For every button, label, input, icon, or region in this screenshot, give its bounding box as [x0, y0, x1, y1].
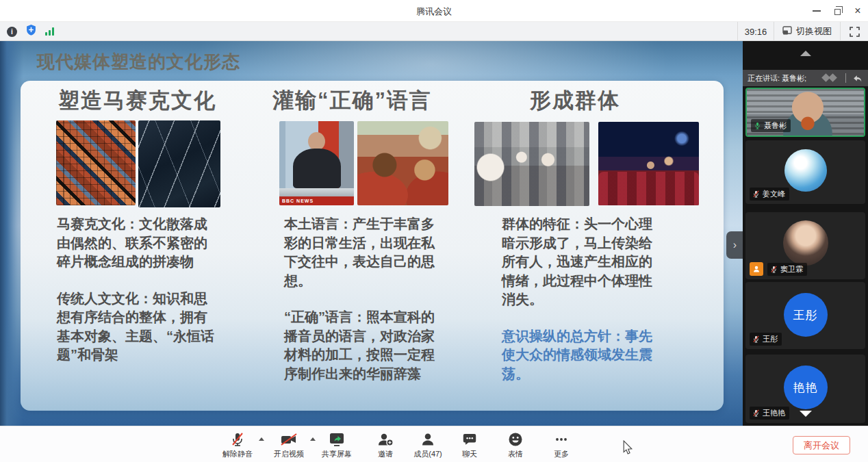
news-ticker: BBC NEWS: [279, 196, 354, 205]
status-icons: i: [7, 22, 54, 41]
more-button[interactable]: 更多: [537, 431, 585, 459]
emoji-button[interactable]: 表情: [492, 431, 539, 459]
participant-tile[interactable]: 窦卫霖: [745, 212, 865, 279]
participant-name-tag: 王艳艳: [750, 407, 789, 420]
chat-label: 聊天: [462, 449, 477, 459]
person-icon: [752, 265, 761, 273]
avatar-initials: 艳艳: [784, 365, 828, 409]
chevron-right-icon: ›: [733, 239, 737, 251]
restore-button[interactable]: [827, 0, 847, 22]
column1-heading: 塑造马赛克文化: [58, 86, 216, 115]
participant-name-tag: 聂鲁彬: [751, 119, 791, 132]
meeting-toolbar: 解除静音 开启视频 共享屏幕 邀请 成员(47) 聊天: [0, 426, 868, 462]
column2-text: 本土语言：产生于丰富多彩的日常生活，出现在私下交往中，表达自己的思想。 “正确”…: [284, 215, 444, 383]
invite-icon: [376, 431, 394, 448]
shield-icon[interactable]: [26, 25, 36, 38]
participant-name: 王艳艳: [763, 408, 785, 418]
window-titlebar: 腾讯会议 ×: [0, 0, 868, 22]
switch-view-icon: [782, 26, 792, 37]
column1-images: [56, 120, 220, 207]
column3-text: 群体的特征：头一个心理暗示形成了，马上传染给所有人，迅速产生相应的情绪，此过程中…: [502, 215, 661, 383]
scroll-down-icon[interactable]: [800, 411, 812, 417]
column2-images: BBC NEWS: [279, 121, 448, 205]
dark-marble-image: [138, 120, 220, 207]
masked-crowd-image: [474, 122, 589, 206]
mouse-cursor-icon: [622, 440, 634, 458]
paragraph-highlight: 意识操纵的总方针：事先使大众的情感领域发生震荡。: [502, 327, 661, 384]
participant-tile[interactable]: 聂鲁彬: [745, 88, 865, 137]
participant-name: 王彤: [763, 334, 778, 344]
scroll-up-icon[interactable]: [800, 51, 811, 56]
avatar: [783, 220, 828, 266]
share-screen-button[interactable]: 共享屏幕: [313, 431, 361, 459]
fullscreen-button[interactable]: [841, 22, 868, 41]
slide-title: 现代媒体塑造的文化形态: [37, 50, 240, 74]
members-button[interactable]: 成员(47): [404, 431, 452, 459]
participant-name: 聂鲁彬: [764, 120, 787, 131]
caret-up-icon[interactable]: [259, 437, 264, 441]
unmute-label: 解除静音: [222, 449, 253, 459]
paragraph: 传统人文文化：知识和思想有序结合的整体，拥有基本对象、主题、“永恒话题”和骨架: [57, 290, 216, 365]
column3-images: [474, 122, 699, 206]
meeting-timer: 39:16: [737, 22, 774, 41]
news-anchor-image: BBC NEWS: [279, 121, 354, 205]
meeting-statusbar: i 39:16 切换视图: [0, 22, 868, 41]
participant-name-tag: 窦卫霖: [767, 263, 807, 276]
participant-name-tag: 姜文峰: [750, 188, 789, 201]
paragraph: “正确”语言：照本宣科的播音员的语言，对政治家材料的加工，按照一定程序制作出来的…: [284, 308, 444, 383]
invite-button[interactable]: 邀请: [361, 431, 409, 459]
anchor-desk: [279, 188, 354, 196]
participant-tile[interactable]: 姜文峰: [745, 140, 865, 204]
reply-arrow-icon[interactable]: [853, 73, 863, 86]
members-icon: [420, 431, 436, 448]
anchor-suit: [293, 149, 341, 188]
mic-muted-icon: [229, 431, 246, 448]
leave-meeting-button[interactable]: 离开会议: [793, 436, 850, 454]
emoji-icon: [507, 431, 524, 448]
start-video-button[interactable]: 开启视频: [265, 431, 313, 459]
participant-tile[interactable]: 王彤 王彤: [745, 282, 865, 349]
participant-name: 姜文峰: [763, 189, 785, 199]
more-label: 更多: [554, 449, 569, 459]
start-video-label: 开启视频: [274, 449, 304, 459]
participant-name-tag: 王彤: [750, 333, 782, 346]
meeting-logo-watermark: [821, 74, 839, 82]
switch-view-button[interactable]: 切换视图: [774, 22, 841, 41]
close-button[interactable]: ×: [847, 0, 868, 22]
emoji-label: 表情: [508, 449, 523, 459]
switch-view-label: 切换视图: [796, 25, 832, 38]
invite-label: 邀请: [378, 449, 393, 459]
column2-heading: 灌输“正确”语言: [272, 86, 432, 115]
avatar: [784, 149, 827, 192]
mic-muted-icon: [770, 266, 778, 273]
paragraph: 马赛克文化：文化散落成由偶然的、联系不紧密的碎片概念组成的拼凑物: [57, 215, 216, 272]
minimize-icon: [813, 10, 821, 12]
camera-off-icon: [280, 431, 298, 448]
participants-sidebar: 正在讲话: 聂鲁彬; 聂鲁彬 姜文峰 窦卫霖 王彤: [743, 41, 868, 426]
share-screen-label: 共享屏幕: [322, 449, 352, 459]
status-right: 39:16 切换视图: [737, 22, 868, 41]
shared-screen-slide: 现代媒体塑造的文化形态 塑造马赛克文化 灌输“正确”语言 形成群体 BBC NE…: [0, 41, 743, 426]
unmute-button[interactable]: 解除静音: [214, 431, 261, 459]
close-icon: ×: [854, 5, 860, 16]
mosaic-tiles-image: [56, 120, 136, 205]
speaking-indicator-bar: 正在讲话: 聂鲁彬;: [743, 70, 868, 86]
sidebar-collapse-handle[interactable]: ›: [726, 231, 743, 259]
avatar-initials: 王彤: [784, 293, 828, 337]
host-badge: [750, 262, 763, 276]
chat-button[interactable]: 聊天: [446, 431, 494, 459]
divider: [845, 73, 846, 83]
speaking-label: 正在讲话: 聂鲁彬;: [743, 73, 806, 84]
mic-on-icon: [754, 122, 761, 129]
more-icon: [553, 431, 570, 448]
column3-heading: 形成群体: [465, 86, 685, 115]
mic-muted-icon: [752, 190, 760, 198]
paragraph: 群体的特征：头一个心理暗示形成了，马上传染给所有人，迅速产生相应的情绪，此过程中…: [502, 215, 661, 309]
cinema-audience-image: [598, 122, 699, 205]
slide-card: 塑造马赛克文化 灌输“正确”语言 形成群体 BBC NEWS 马赛克文化：文化散…: [21, 81, 724, 411]
mic-muted-icon: [752, 335, 760, 343]
minimize-button[interactable]: [806, 0, 827, 22]
info-icon[interactable]: i: [7, 27, 17, 37]
participant-name: 窦卫霖: [780, 264, 803, 274]
network-signal-icon[interactable]: [45, 27, 54, 36]
